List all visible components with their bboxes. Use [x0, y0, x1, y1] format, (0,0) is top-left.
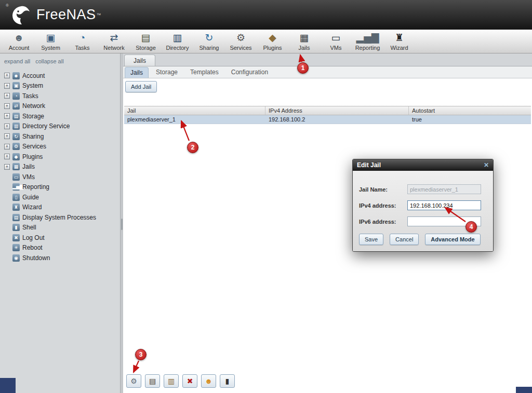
- sidebar-item-label: Guide: [22, 194, 39, 201]
- sidebar-item-reporting[interactable]: ▂▅▇ Reporting: [3, 182, 120, 193]
- delete-icon[interactable]: ✖: [182, 374, 197, 388]
- sidebar-item-shell[interactable]: ▮ Shell: [3, 223, 120, 233]
- system-icon: ▣: [12, 82, 20, 89]
- expander-icon[interactable]: [4, 133, 10, 139]
- close-icon[interactable]: ✕: [484, 161, 489, 169]
- system-icon: ▣: [46, 32, 56, 44]
- expander-icon[interactable]: [4, 93, 10, 99]
- expander-icon[interactable]: [4, 113, 10, 119]
- tasks-icon: ◔: [79, 32, 85, 44]
- toolbar-item-account[interactable]: ☻ Account: [3, 32, 35, 51]
- expander-icon[interactable]: [4, 164, 10, 170]
- cancel-button[interactable]: Cancel: [390, 234, 419, 245]
- package-icon[interactable]: ▥: [164, 374, 179, 388]
- wrench-icon[interactable]: ⚙: [126, 374, 141, 388]
- toolbar-item-reporting[interactable]: ▂▅▇ Reporting: [352, 32, 383, 51]
- directory-service-icon: ▥: [12, 123, 20, 130]
- collapse-all-link[interactable]: collapse all: [35, 58, 63, 64]
- sidebar-item-label: Wizard: [22, 204, 42, 211]
- toolbar-item-plugins[interactable]: ◆ Plugins: [257, 32, 288, 51]
- sidebar-item-tasks[interactable]: ◔ Tasks: [3, 91, 120, 101]
- expander-icon[interactable]: [4, 73, 10, 78]
- smiley-icon[interactable]: ☻: [201, 374, 216, 388]
- shutdown-icon: ◉: [12, 254, 20, 262]
- save-button[interactable]: Save: [359, 234, 383, 245]
- sidebar-item-vms[interactable]: ▭ VMs: [3, 172, 120, 182]
- toolbar-item-system[interactable]: ▣ System: [35, 32, 66, 51]
- toolbar-label: Services: [230, 45, 251, 51]
- footer-accent-left: [0, 378, 16, 393]
- expander-icon[interactable]: [4, 103, 10, 109]
- sidebar-item-account[interactable]: ☻ Account: [3, 71, 120, 81]
- console-icon[interactable]: ▮: [220, 374, 235, 388]
- toolbar-item-tasks[interactable]: ◔ Tasks: [66, 32, 98, 51]
- sidebar-item-label: Shell: [22, 224, 36, 231]
- toolbar-label: VMs: [330, 45, 342, 51]
- network-icon: ⇄: [12, 102, 20, 110]
- table-row[interactable]: plexmediaserver_1 192.168.100.2 true: [124, 115, 531, 124]
- brand-title: FreeNAS: [36, 7, 96, 23]
- subtab-storage[interactable]: Storage: [151, 67, 183, 77]
- sidebar-item-guide[interactable]: ▯ Guide: [3, 192, 120, 202]
- column-header-autostart[interactable]: Autostart: [409, 106, 531, 115]
- subtab-templates[interactable]: Templates: [185, 67, 224, 77]
- add-jail-button[interactable]: Add Jail: [125, 81, 157, 92]
- sidebar-item-network[interactable]: ⇄ Network: [3, 101, 120, 112]
- toolbar-item-services[interactable]: ⚙ Services: [225, 32, 257, 51]
- freenas-window: ® FreeNAS ™ ☻ Account ▣ System ◔ Tasks ⇄…: [0, 0, 532, 393]
- expander-icon[interactable]: [4, 124, 10, 129]
- toolbar-item-directory[interactable]: ▥ Directory: [162, 32, 193, 51]
- toolbar-label: Sharing: [200, 45, 219, 51]
- sharing-icon: ↻: [205, 32, 214, 44]
- expander-icon[interactable]: [4, 154, 10, 159]
- sidebar-item-display-system-processes[interactable]: ▤ Display System Processes: [3, 212, 120, 223]
- sidebar-item-plugins[interactable]: ◆ Plugins: [3, 152, 120, 162]
- toolbar-item-vms[interactable]: ▭ VMs: [320, 32, 352, 51]
- logout-icon: ✖: [12, 234, 20, 241]
- expand-all-link[interactable]: expand all: [4, 58, 30, 64]
- sidebar-item-wizard[interactable]: ♜ Wizard: [3, 202, 120, 213]
- ipv4-cell: 192.168.100.2: [265, 115, 409, 124]
- expander-icon[interactable]: [4, 83, 10, 89]
- jail-name-label: Jail Name:: [359, 186, 407, 193]
- toolbar-label: Wizard: [390, 45, 408, 51]
- jail-name-input[interactable]: [407, 184, 481, 194]
- toolbar-label: Tasks: [75, 45, 89, 51]
- sidebar-item-jails[interactable]: ▦ Jails: [3, 162, 120, 172]
- toolbar-item-jails[interactable]: ▦ Jails: [288, 32, 320, 51]
- sidebar-item-label: Log Out: [22, 234, 45, 241]
- sidebar-item-reboot[interactable]: ✳ Reboot: [3, 243, 120, 253]
- sidebar-item-storage[interactable]: ▤ Storage: [3, 111, 120, 121]
- sidebar-item-services[interactable]: ⚙ Services: [3, 142, 120, 152]
- jails-table: Jail IPv4 Address Autostart plexmediaser…: [124, 106, 531, 124]
- sidebar-item-shutdown[interactable]: ◉ Shutdown: [3, 253, 120, 263]
- footer-accent-right: [516, 387, 532, 393]
- sidebar-tree: expand all collapse all ☻ Account ▣ Syst…: [0, 53, 121, 393]
- toolbar-item-wizard[interactable]: ♜ Wizard: [383, 32, 415, 51]
- toolbar-item-network[interactable]: ⇄ Network: [98, 32, 130, 51]
- sidebar-item-system[interactable]: ▣ System: [3, 81, 120, 91]
- column-header-ipv4[interactable]: IPv4 Address: [265, 106, 409, 115]
- ipv4-input[interactable]: [407, 200, 481, 210]
- sidebar-item-log-out[interactable]: ✖ Log Out: [3, 233, 120, 243]
- advanced-mode-button[interactable]: Advanced Mode: [425, 234, 480, 245]
- tab-jails[interactable]: Jails: [124, 55, 155, 66]
- sidebar-item-directory-service[interactable]: ▥ Directory Service: [3, 121, 120, 132]
- toolbar-label: Plugins: [263, 45, 282, 51]
- jail-name-row: Jail Name:: [359, 184, 487, 194]
- sidebar-item-sharing[interactable]: ↻ Sharing: [3, 131, 120, 142]
- subtab-jails[interactable]: Jails: [125, 67, 149, 78]
- ipv4-label: IPv4 address:: [359, 202, 407, 209]
- folder-icon[interactable]: ▤: [145, 374, 160, 388]
- subtab-bar: Jails Storage Templates Configuration: [123, 66, 532, 78]
- sidebar-item-label: Reporting: [22, 183, 49, 191]
- vms-icon: ▭: [12, 173, 20, 181]
- subtab-configuration[interactable]: Configuration: [226, 67, 273, 77]
- toolbar-item-sharing[interactable]: ↻ Sharing: [193, 32, 225, 51]
- column-header-jail[interactable]: Jail: [124, 106, 265, 115]
- toolbar-item-storage[interactable]: ▤ Storage: [130, 32, 162, 51]
- dialog-title-bar[interactable]: Edit Jail ✕: [353, 159, 493, 171]
- expander-icon[interactable]: [4, 144, 10, 150]
- account-icon: ☻: [12, 72, 20, 79]
- reboot-icon: ✳: [12, 244, 20, 251]
